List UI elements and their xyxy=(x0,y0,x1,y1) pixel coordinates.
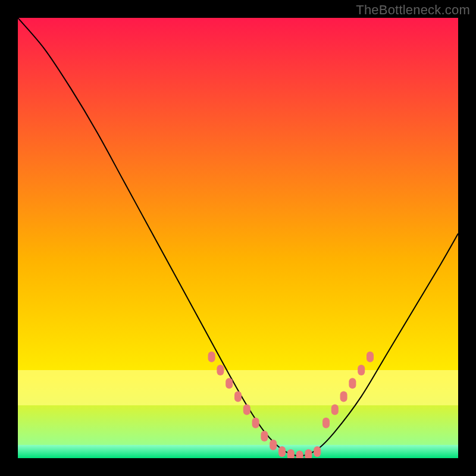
highlight-dot xyxy=(234,391,242,402)
highlight-dot xyxy=(243,405,250,415)
highlight-dot xyxy=(367,352,374,362)
highlight-dot xyxy=(217,365,224,375)
highlight-dot xyxy=(340,391,347,402)
chart-frame: TheBottleneck.com xyxy=(0,0,476,476)
highlight-dot xyxy=(287,449,295,458)
bottleneck-plot xyxy=(18,18,458,458)
highlight-dot xyxy=(305,449,312,458)
green-baseline-band xyxy=(18,445,458,458)
watermark-text: TheBottleneck.com xyxy=(356,2,470,18)
highlight-dot xyxy=(349,378,356,389)
highlight-dot xyxy=(208,352,215,362)
highlight-dot xyxy=(226,378,233,389)
highlight-dot xyxy=(331,405,339,415)
highlight-dot xyxy=(278,446,286,457)
highlight-dot xyxy=(314,446,321,457)
plot-svg xyxy=(18,18,458,458)
highlight-dot xyxy=(296,450,303,458)
highlight-dot xyxy=(322,418,330,428)
highlight-dot xyxy=(358,365,365,375)
highlight-dot xyxy=(270,440,277,450)
highlight-dot xyxy=(252,418,259,428)
highlight-dot xyxy=(261,431,268,441)
